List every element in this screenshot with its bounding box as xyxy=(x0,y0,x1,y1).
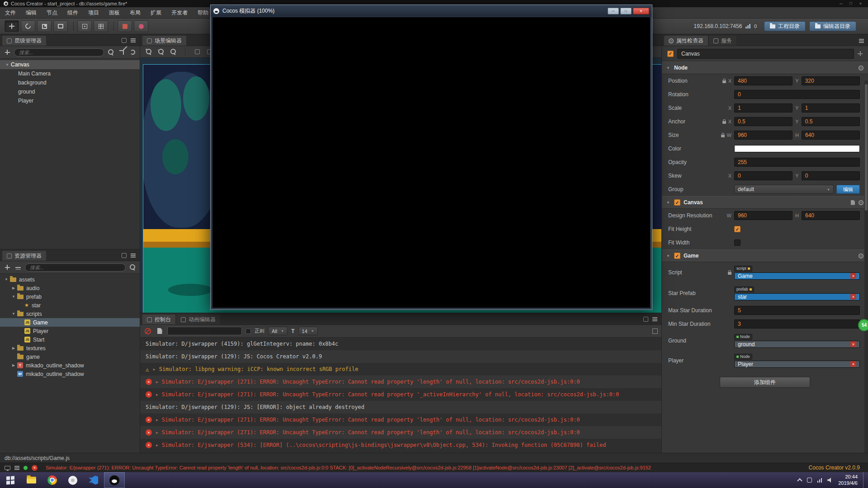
log-row[interactable]: Simulator: D/jswrapper (129): JS: Cocos … xyxy=(140,350,661,363)
log-level-select[interactable]: All▼ xyxy=(268,327,288,335)
asset-folder-prefab[interactable]: ▼ prefab xyxy=(0,292,140,301)
menu-layout[interactable]: 布局 xyxy=(125,7,146,18)
edge-notification-badge[interactable]: 54 xyxy=(858,319,868,331)
simulator-viewport[interactable] xyxy=(212,17,650,308)
lock-icon[interactable] xyxy=(728,272,731,275)
expand-arrow-icon[interactable]: ▶ xyxy=(156,418,158,422)
collapse-arrow-icon[interactable]: ▼ xyxy=(666,254,671,258)
menu-developer[interactable]: 开发者 xyxy=(166,7,193,18)
gear-icon[interactable] xyxy=(859,66,863,70)
hierarchy-node-main-camera[interactable]: Main Camera xyxy=(0,69,140,78)
hierarchy-node-ground[interactable]: ground xyxy=(0,87,140,96)
start-button[interactable] xyxy=(0,472,21,488)
tab-properties-inspector[interactable]: 属性检查器 xyxy=(664,35,708,46)
search-icon[interactable] xyxy=(128,263,137,272)
design-resolution-w-field[interactable]: 960 xyxy=(734,211,793,220)
position-y-field[interactable]: 320 xyxy=(802,76,860,85)
min-star-duration-field[interactable]: 3 xyxy=(734,319,860,328)
expand-arrow-icon[interactable]: ▶ xyxy=(153,367,156,371)
menu-component[interactable]: 组件 xyxy=(62,7,83,18)
asset-folder-scripts[interactable]: ▼ scripts xyxy=(0,310,140,318)
lock-icon[interactable] xyxy=(721,135,725,137)
taskbar-vscode[interactable] xyxy=(83,472,104,488)
preview-play-button[interactable] xyxy=(118,20,132,32)
taskbar-file-explorer[interactable] xyxy=(21,472,42,488)
collapse-arrow-icon[interactable]: ▼ xyxy=(10,312,17,316)
remove-reference-icon[interactable]: × xyxy=(850,361,856,367)
asset-bmfont-mikado[interactable]: Bf mikado_outline_shadow xyxy=(0,370,140,378)
log-row-error[interactable]: × ▶ Simulator: E/jswrapper (271): ERROR:… xyxy=(140,375,661,388)
asset-script-start[interactable]: JS Start xyxy=(0,335,140,344)
position-x-field[interactable]: 480 xyxy=(734,76,793,85)
panel-detach-icon[interactable] xyxy=(122,38,127,43)
opacity-field[interactable]: 255 xyxy=(734,158,860,167)
preview-refresh-button[interactable] xyxy=(134,20,148,32)
expand-arrow-icon[interactable]: ▶ xyxy=(156,393,158,397)
taskbar-cocos-active[interactable] xyxy=(104,472,125,488)
menu-file[interactable]: 文件 xyxy=(0,7,21,18)
sort-assets-icon[interactable] xyxy=(14,263,22,272)
tab-hierarchy[interactable]: 层级管理器 xyxy=(2,35,47,46)
device-icon[interactable] xyxy=(5,466,10,470)
panel-menu-icon[interactable] xyxy=(859,39,864,40)
taskbar-chrome[interactable] xyxy=(42,472,62,488)
size-w-field[interactable]: 960 xyxy=(734,131,793,140)
tab-console[interactable]: 控制台 xyxy=(142,314,176,324)
gear-icon[interactable] xyxy=(859,200,863,205)
asset-script-game[interactable]: JS Game xyxy=(0,318,140,327)
expand-arrow-icon[interactable]: ▶ xyxy=(156,380,158,384)
collapse-arrow-icon[interactable]: ▼ xyxy=(4,63,11,67)
group-select[interactable]: default▼ xyxy=(734,185,834,194)
inspector-scrollbar[interactable] xyxy=(864,80,868,453)
volume-icon[interactable] xyxy=(827,478,833,483)
rotation-field[interactable]: 0 xyxy=(734,90,860,99)
size-h-field[interactable]: 640 xyxy=(802,131,860,140)
create-node-button[interactable] xyxy=(3,48,11,56)
asset-folder-assets[interactable]: ▼ assets xyxy=(0,275,140,284)
hierarchy-search-input[interactable] xyxy=(14,48,104,56)
fit-width-checkbox[interactable] xyxy=(734,239,741,246)
lock-icon[interactable] xyxy=(722,121,726,124)
locate-node-icon[interactable] xyxy=(118,48,126,56)
log-row-error[interactable]: × ▶ Simulator: E/jswrapper (271): ERROR:… xyxy=(140,426,661,439)
gear-icon[interactable] xyxy=(859,253,863,258)
hierarchy-node-canvas[interactable]: ▼ Canvas xyxy=(0,60,140,69)
maximize-window-icon[interactable]: □ xyxy=(849,1,852,6)
node-name-input[interactable]: Canvas xyxy=(677,49,854,59)
asset-folder-game[interactable]: game xyxy=(0,352,140,361)
collapse-arrow-icon[interactable]: ▼ xyxy=(3,277,10,282)
edit-group-button[interactable]: 编辑 xyxy=(836,185,860,194)
player-node-field[interactable]: Player × xyxy=(734,361,860,368)
collapse-arrow-icon[interactable]: ▼ xyxy=(10,295,17,299)
zoom-reset-button[interactable] xyxy=(169,48,177,56)
design-resolution-h-field[interactable]: 640 xyxy=(802,211,860,220)
open-log-file-button[interactable] xyxy=(156,327,164,335)
menu-extension[interactable]: 扩展 xyxy=(146,7,166,18)
simulator-minimize-button[interactable]: ─ xyxy=(608,8,619,14)
collapse-arrow-icon[interactable]: ▼ xyxy=(666,66,671,70)
tab-animation-editor[interactable]: 动画编辑器 xyxy=(176,314,221,324)
minimize-window-icon[interactable]: ─ xyxy=(840,1,842,6)
log-row[interactable]: Simulator: D/jswrapper (4159): glGetInte… xyxy=(140,338,661,350)
star-prefab-field[interactable]: star × xyxy=(734,293,860,300)
menu-project[interactable]: 项目 xyxy=(83,7,104,18)
status-menu-icon[interactable] xyxy=(14,466,19,467)
taskbar-clock[interactable]: 20:44 2019/4/6 xyxy=(838,474,858,487)
color-swatch[interactable] xyxy=(734,145,860,152)
scrollbar-thumb[interactable] xyxy=(865,84,868,211)
assets-search-input[interactable] xyxy=(25,263,126,272)
collapse-arrow-icon[interactable]: ▼ xyxy=(666,201,671,205)
add-icon[interactable] xyxy=(858,51,863,56)
create-asset-button[interactable] xyxy=(3,263,11,272)
log-row-error[interactable]: × ▶ Simulator: E/jswrapper (534): [ERROR… xyxy=(140,439,661,451)
network-icon[interactable] xyxy=(817,478,822,483)
lock-icon[interactable] xyxy=(722,80,726,83)
hierarchy-node-background[interactable]: background xyxy=(0,78,140,87)
canvas-enabled-checkbox[interactable]: ✓ xyxy=(674,199,680,206)
panel-detach-icon[interactable] xyxy=(122,253,127,258)
add-component-button[interactable]: 添加组件 xyxy=(720,377,810,388)
align-left-icon[interactable] xyxy=(193,48,201,56)
refresh-hierarchy-icon[interactable] xyxy=(128,48,137,56)
ground-node-field[interactable]: ground × xyxy=(734,341,860,348)
asset-folder-audio[interactable]: ▶ audio xyxy=(0,284,140,292)
